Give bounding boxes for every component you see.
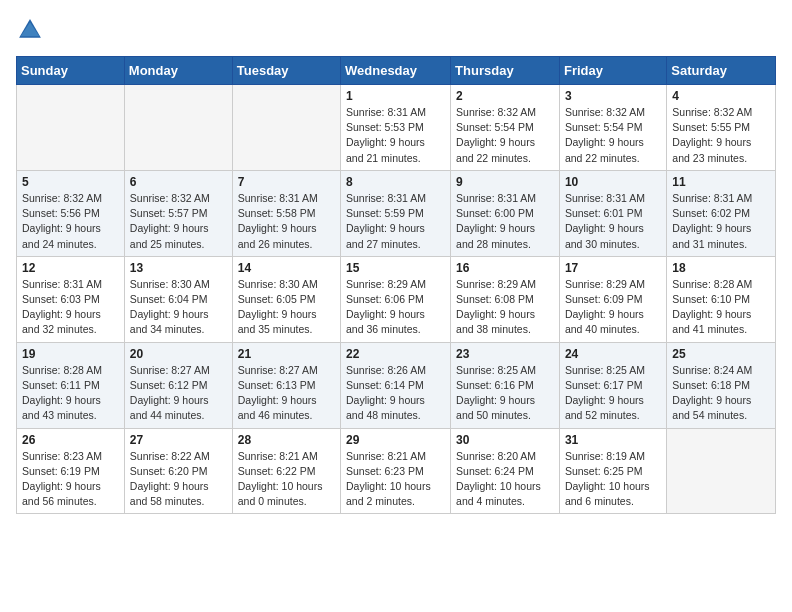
calendar-week-5: 26Sunrise: 8:23 AM Sunset: 6:19 PM Dayli… bbox=[17, 428, 776, 514]
calendar-cell: 5Sunrise: 8:32 AM Sunset: 5:56 PM Daylig… bbox=[17, 170, 125, 256]
day-number: 10 bbox=[565, 175, 661, 189]
logo bbox=[16, 16, 48, 44]
day-info: Sunrise: 8:24 AM Sunset: 6:18 PM Dayligh… bbox=[672, 363, 770, 424]
day-number: 8 bbox=[346, 175, 445, 189]
day-info: Sunrise: 8:31 AM Sunset: 6:03 PM Dayligh… bbox=[22, 277, 119, 338]
day-number: 21 bbox=[238, 347, 335, 361]
day-number: 13 bbox=[130, 261, 227, 275]
calendar-cell: 11Sunrise: 8:31 AM Sunset: 6:02 PM Dayli… bbox=[667, 170, 776, 256]
calendar-cell: 17Sunrise: 8:29 AM Sunset: 6:09 PM Dayli… bbox=[559, 256, 666, 342]
calendar-cell: 29Sunrise: 8:21 AM Sunset: 6:23 PM Dayli… bbox=[341, 428, 451, 514]
calendar-cell: 7Sunrise: 8:31 AM Sunset: 5:58 PM Daylig… bbox=[232, 170, 340, 256]
calendar-cell: 9Sunrise: 8:31 AM Sunset: 6:00 PM Daylig… bbox=[451, 170, 560, 256]
day-number: 14 bbox=[238, 261, 335, 275]
day-info: Sunrise: 8:27 AM Sunset: 6:13 PM Dayligh… bbox=[238, 363, 335, 424]
day-info: Sunrise: 8:32 AM Sunset: 5:55 PM Dayligh… bbox=[672, 105, 770, 166]
day-info: Sunrise: 8:22 AM Sunset: 6:20 PM Dayligh… bbox=[130, 449, 227, 510]
calendar-cell bbox=[667, 428, 776, 514]
day-number: 12 bbox=[22, 261, 119, 275]
calendar-cell bbox=[232, 85, 340, 171]
day-info: Sunrise: 8:31 AM Sunset: 5:59 PM Dayligh… bbox=[346, 191, 445, 252]
calendar-cell: 21Sunrise: 8:27 AM Sunset: 6:13 PM Dayli… bbox=[232, 342, 340, 428]
col-header-sunday: Sunday bbox=[17, 57, 125, 85]
calendar-cell: 12Sunrise: 8:31 AM Sunset: 6:03 PM Dayli… bbox=[17, 256, 125, 342]
day-info: Sunrise: 8:29 AM Sunset: 6:08 PM Dayligh… bbox=[456, 277, 554, 338]
calendar-cell: 2Sunrise: 8:32 AM Sunset: 5:54 PM Daylig… bbox=[451, 85, 560, 171]
day-number: 11 bbox=[672, 175, 770, 189]
day-number: 4 bbox=[672, 89, 770, 103]
day-number: 27 bbox=[130, 433, 227, 447]
col-header-thursday: Thursday bbox=[451, 57, 560, 85]
day-number: 18 bbox=[672, 261, 770, 275]
calendar-cell: 16Sunrise: 8:29 AM Sunset: 6:08 PM Dayli… bbox=[451, 256, 560, 342]
day-info: Sunrise: 8:28 AM Sunset: 6:11 PM Dayligh… bbox=[22, 363, 119, 424]
logo-icon bbox=[16, 16, 44, 44]
col-header-tuesday: Tuesday bbox=[232, 57, 340, 85]
day-info: Sunrise: 8:32 AM Sunset: 5:57 PM Dayligh… bbox=[130, 191, 227, 252]
day-info: Sunrise: 8:31 AM Sunset: 6:00 PM Dayligh… bbox=[456, 191, 554, 252]
day-info: Sunrise: 8:32 AM Sunset: 5:54 PM Dayligh… bbox=[456, 105, 554, 166]
day-info: Sunrise: 8:30 AM Sunset: 6:04 PM Dayligh… bbox=[130, 277, 227, 338]
calendar-cell: 14Sunrise: 8:30 AM Sunset: 6:05 PM Dayli… bbox=[232, 256, 340, 342]
calendar-cell bbox=[17, 85, 125, 171]
day-number: 15 bbox=[346, 261, 445, 275]
calendar-cell: 30Sunrise: 8:20 AM Sunset: 6:24 PM Dayli… bbox=[451, 428, 560, 514]
day-number: 17 bbox=[565, 261, 661, 275]
calendar-cell: 18Sunrise: 8:28 AM Sunset: 6:10 PM Dayli… bbox=[667, 256, 776, 342]
day-number: 28 bbox=[238, 433, 335, 447]
day-info: Sunrise: 8:29 AM Sunset: 6:06 PM Dayligh… bbox=[346, 277, 445, 338]
day-info: Sunrise: 8:19 AM Sunset: 6:25 PM Dayligh… bbox=[565, 449, 661, 510]
day-info: Sunrise: 8:32 AM Sunset: 5:56 PM Dayligh… bbox=[22, 191, 119, 252]
calendar-cell: 25Sunrise: 8:24 AM Sunset: 6:18 PM Dayli… bbox=[667, 342, 776, 428]
day-number: 19 bbox=[22, 347, 119, 361]
day-info: Sunrise: 8:31 AM Sunset: 5:58 PM Dayligh… bbox=[238, 191, 335, 252]
col-header-saturday: Saturday bbox=[667, 57, 776, 85]
day-info: Sunrise: 8:27 AM Sunset: 6:12 PM Dayligh… bbox=[130, 363, 227, 424]
col-header-wednesday: Wednesday bbox=[341, 57, 451, 85]
calendar-cell: 31Sunrise: 8:19 AM Sunset: 6:25 PM Dayli… bbox=[559, 428, 666, 514]
day-info: Sunrise: 8:26 AM Sunset: 6:14 PM Dayligh… bbox=[346, 363, 445, 424]
day-info: Sunrise: 8:31 AM Sunset: 6:01 PM Dayligh… bbox=[565, 191, 661, 252]
day-number: 29 bbox=[346, 433, 445, 447]
calendar-cell: 28Sunrise: 8:21 AM Sunset: 6:22 PM Dayli… bbox=[232, 428, 340, 514]
day-number: 23 bbox=[456, 347, 554, 361]
calendar-header-row: SundayMondayTuesdayWednesdayThursdayFrid… bbox=[17, 57, 776, 85]
calendar-cell: 4Sunrise: 8:32 AM Sunset: 5:55 PM Daylig… bbox=[667, 85, 776, 171]
day-number: 16 bbox=[456, 261, 554, 275]
calendar-cell: 15Sunrise: 8:29 AM Sunset: 6:06 PM Dayli… bbox=[341, 256, 451, 342]
day-number: 6 bbox=[130, 175, 227, 189]
day-number: 30 bbox=[456, 433, 554, 447]
calendar-cell: 10Sunrise: 8:31 AM Sunset: 6:01 PM Dayli… bbox=[559, 170, 666, 256]
day-number: 25 bbox=[672, 347, 770, 361]
calendar-cell: 19Sunrise: 8:28 AM Sunset: 6:11 PM Dayli… bbox=[17, 342, 125, 428]
day-number: 24 bbox=[565, 347, 661, 361]
calendar-cell: 8Sunrise: 8:31 AM Sunset: 5:59 PM Daylig… bbox=[341, 170, 451, 256]
calendar-cell: 27Sunrise: 8:22 AM Sunset: 6:20 PM Dayli… bbox=[124, 428, 232, 514]
day-info: Sunrise: 8:29 AM Sunset: 6:09 PM Dayligh… bbox=[565, 277, 661, 338]
calendar-cell: 23Sunrise: 8:25 AM Sunset: 6:16 PM Dayli… bbox=[451, 342, 560, 428]
day-number: 5 bbox=[22, 175, 119, 189]
page: SundayMondayTuesdayWednesdayThursdayFrid… bbox=[0, 0, 792, 530]
calendar-cell: 3Sunrise: 8:32 AM Sunset: 5:54 PM Daylig… bbox=[559, 85, 666, 171]
day-info: Sunrise: 8:25 AM Sunset: 6:16 PM Dayligh… bbox=[456, 363, 554, 424]
calendar-week-1: 1Sunrise: 8:31 AM Sunset: 5:53 PM Daylig… bbox=[17, 85, 776, 171]
col-header-monday: Monday bbox=[124, 57, 232, 85]
day-number: 20 bbox=[130, 347, 227, 361]
day-number: 26 bbox=[22, 433, 119, 447]
calendar-cell: 6Sunrise: 8:32 AM Sunset: 5:57 PM Daylig… bbox=[124, 170, 232, 256]
day-info: Sunrise: 8:21 AM Sunset: 6:23 PM Dayligh… bbox=[346, 449, 445, 510]
calendar-cell: 26Sunrise: 8:23 AM Sunset: 6:19 PM Dayli… bbox=[17, 428, 125, 514]
calendar-week-3: 12Sunrise: 8:31 AM Sunset: 6:03 PM Dayli… bbox=[17, 256, 776, 342]
calendar-cell: 13Sunrise: 8:30 AM Sunset: 6:04 PM Dayli… bbox=[124, 256, 232, 342]
day-info: Sunrise: 8:21 AM Sunset: 6:22 PM Dayligh… bbox=[238, 449, 335, 510]
calendar-week-2: 5Sunrise: 8:32 AM Sunset: 5:56 PM Daylig… bbox=[17, 170, 776, 256]
day-number: 3 bbox=[565, 89, 661, 103]
col-header-friday: Friday bbox=[559, 57, 666, 85]
calendar-cell: 22Sunrise: 8:26 AM Sunset: 6:14 PM Dayli… bbox=[341, 342, 451, 428]
day-info: Sunrise: 8:32 AM Sunset: 5:54 PM Dayligh… bbox=[565, 105, 661, 166]
day-info: Sunrise: 8:28 AM Sunset: 6:10 PM Dayligh… bbox=[672, 277, 770, 338]
day-number: 7 bbox=[238, 175, 335, 189]
calendar-week-4: 19Sunrise: 8:28 AM Sunset: 6:11 PM Dayli… bbox=[17, 342, 776, 428]
svg-marker-1 bbox=[21, 22, 40, 36]
day-number: 22 bbox=[346, 347, 445, 361]
